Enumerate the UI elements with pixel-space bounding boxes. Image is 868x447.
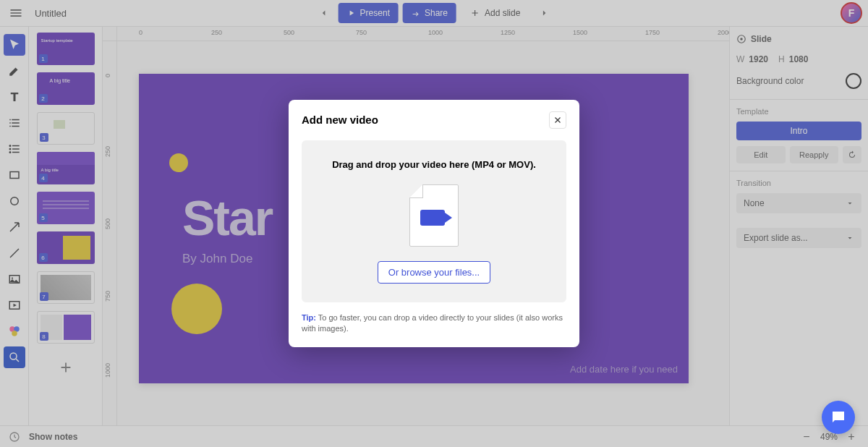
modal-tip: Tip: To go faster, you can drop a video … bbox=[289, 312, 579, 348]
close-icon bbox=[553, 115, 563, 125]
tip-body: To go faster, you can drop a video direc… bbox=[302, 313, 563, 333]
chat-icon bbox=[830, 409, 847, 426]
browse-files-button[interactable]: Or browse your files... bbox=[378, 261, 490, 284]
tip-label: Tip: bbox=[302, 313, 316, 322]
modal-overlay[interactable]: Add new video Drag and drop your video h… bbox=[0, 0, 868, 447]
modal-title: Add new video bbox=[302, 114, 378, 126]
add-video-modal: Add new video Drag and drop your video h… bbox=[289, 100, 579, 348]
modal-close-button[interactable] bbox=[549, 111, 566, 129]
video-drop-zone[interactable]: Drag and drop your video here (MP4 or MO… bbox=[302, 140, 566, 302]
drop-zone-text: Drag and drop your video here (MP4 or MO… bbox=[310, 159, 558, 170]
camera-icon bbox=[420, 210, 445, 226]
chat-support-button[interactable] bbox=[822, 401, 855, 434]
video-file-icon bbox=[409, 184, 459, 247]
